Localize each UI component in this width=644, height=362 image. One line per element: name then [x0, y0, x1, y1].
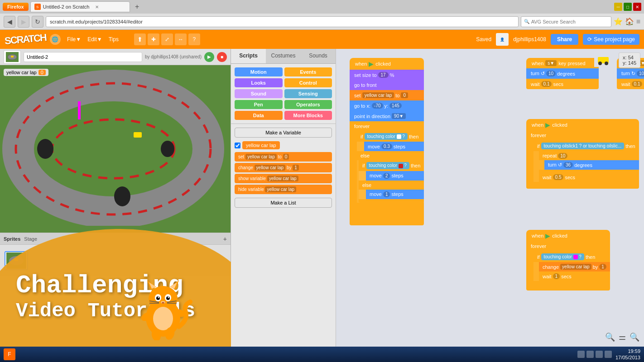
block-move-1[interactable]: move 1 steps	[366, 190, 424, 199]
block-set-lap[interactable]: set yellow car lap to 0	[350, 90, 424, 100]
variable-checkbox[interactable]	[235, 143, 240, 148]
block-point-dir[interactable]: point in direction 90▼	[350, 111, 424, 121]
tab-sounds[interactable]: Sounds	[301, 49, 336, 63]
forever-block-1[interactable]: forever	[350, 121, 424, 130]
if-touching-pink[interactable]: if touching color ? then	[533, 252, 610, 262]
zoom-out-icon[interactable]: 🔍	[630, 332, 639, 342]
see-project-button[interactable]: ⟳ See project page	[583, 34, 639, 45]
main-workspace: by djphillips1408 (unshared) ▶ ■ yellow …	[0, 49, 644, 347]
cat-sensing[interactable]: Sensing	[284, 89, 332, 98]
help-icon[interactable]: ?	[188, 33, 200, 45]
window-close[interactable]: ✕	[633, 3, 641, 11]
if-touching-1[interactable]: if touching color ? then	[357, 131, 424, 142]
hat-when-clicked-1[interactable]: when ▶ clicked	[350, 58, 424, 70]
search-input[interactable]	[531, 19, 595, 24]
action-block-3[interactable]: show variable yellow car lap	[235, 174, 332, 183]
cat-pen[interactable]: Pen	[235, 100, 283, 109]
zoom-in-icon[interactable]: 🔍	[605, 332, 615, 342]
resize-icon[interactable]: ↔	[175, 33, 187, 45]
home-icon[interactable]: 🏠	[625, 17, 634, 26]
fullscreen-icon[interactable]: ⤢	[161, 33, 173, 45]
block-categories: Motion Events Looks Control Sound Sensin…	[231, 64, 336, 124]
if-touching-2[interactable]: if touching color ? then	[359, 160, 424, 171]
make-variable-button[interactable]: Make a Variable	[235, 128, 332, 138]
scratch-app: SCRATCH 🌐 File▼ Edit▼ Tips ⬆ ✚ ⤢ ↔ ? Sav…	[0, 30, 644, 347]
block-wait-1[interactable]: wait 1 secs	[539, 272, 610, 281]
nav-reload[interactable]: ↻	[32, 16, 43, 28]
block-move-2[interactable]: move 2 steps	[366, 171, 424, 181]
block-wait-s[interactable]: wait 0.1 secs	[526, 79, 599, 89]
cat-sound[interactable]: Sound	[235, 89, 283, 98]
share-button[interactable]: Share	[551, 34, 578, 45]
make-list-button[interactable]: Make a List	[235, 198, 332, 208]
block-wait-a[interactable]: wait 0.1 secs	[617, 79, 644, 89]
stop-button[interactable]: ■	[217, 52, 227, 62]
cat-events[interactable]: Events	[284, 67, 332, 76]
hat-clicked-3[interactable]: when ▶ clicked	[526, 230, 610, 242]
action-block-2[interactable]: change yellow car lap by 1	[235, 163, 332, 172]
firefox-button[interactable]: Firefox	[3, 3, 29, 11]
action-block-4[interactable]: hide variable yellow car lap	[235, 185, 332, 194]
cat-operators[interactable]: Operators	[284, 100, 332, 109]
file-menu[interactable]: File▼	[64, 35, 84, 43]
if-touching-oilslick[interactable]: if touching oilslick1 ? or touching oils…	[533, 141, 639, 151]
svg-point-5	[50, 117, 177, 181]
header-right: Saved 👤 djphillips1408 Share ⟳ See proje…	[476, 33, 639, 46]
globe-icon[interactable]: 🌐	[50, 34, 61, 45]
nav-forward[interactable]: ▶	[18, 16, 29, 28]
address-bar[interactable]	[46, 16, 519, 27]
cat-looks[interactable]: Looks	[235, 78, 283, 87]
forever-3[interactable]: forever	[526, 242, 610, 251]
new-tab-button[interactable]: +	[132, 2, 143, 12]
sprites-tab[interactable]: Sprites	[4, 236, 20, 242]
search-bar-container: 🔍	[521, 16, 611, 27]
tab-close-icon[interactable]: ✕	[95, 5, 99, 10]
sprite-info-text: by djphillips1408 (unshared)	[145, 54, 202, 59]
block-turn-36[interactable]: turn ↺ 36 degrees	[544, 160, 639, 170]
stage-tab[interactable]: Stage	[24, 236, 37, 242]
scratch-logo: SCRATCH	[4, 32, 47, 47]
tab-costumes[interactable]: Costumes	[266, 49, 301, 63]
bookmark-icon[interactable]: ⭐	[614, 17, 623, 26]
upload-icon[interactable]: ⬆	[134, 33, 146, 45]
window-maximize[interactable]: □	[624, 3, 632, 11]
block-move-0.3[interactable]: move 0.3 steps	[364, 142, 424, 151]
sprite-name-input[interactable]	[24, 52, 142, 62]
hat-s-key[interactable]: when s▼ key pressed	[526, 58, 599, 68]
repeat-10[interactable]: repeat 10	[539, 151, 639, 160]
block-goto-xy[interactable]: go to x: -70 y: 145	[350, 100, 424, 111]
browser-tab[interactable]: S Untitled-2 on Scratch ✕	[30, 1, 130, 12]
svg-point-18	[598, 62, 602, 65]
coord-display: x: 54 y: 145	[619, 52, 640, 68]
block-turn-10-a[interactable]: turn ↻ 10 degrees	[617, 68, 644, 79]
tips-menu[interactable]: Tips	[106, 35, 121, 43]
cat-data[interactable]: Data	[235, 111, 283, 120]
sprite-item-1[interactable]	[3, 251, 30, 270]
edit-menu[interactable]: Edit▼	[85, 35, 105, 43]
block-turn-10-s[interactable]: turn ↺ 10 degrees	[526, 68, 599, 79]
cat-more[interactable]: More Blocks	[284, 111, 332, 120]
else-1: else	[357, 151, 424, 160]
username[interactable]: djphillips1408	[513, 36, 546, 43]
tab-scripts[interactable]: Scripts	[231, 49, 266, 63]
browser-titlebar: Firefox S Untitled-2 on Scratch ✕ + ─ □ …	[0, 0, 644, 14]
expand-icon[interactable]: ✚	[148, 33, 159, 45]
add-sprite-icon[interactable]: +	[223, 235, 227, 243]
block-go-front[interactable]: go to front	[350, 80, 424, 90]
nav-back[interactable]: ◀	[4, 16, 15, 28]
hat-clicked-2[interactable]: when ▶ clicked	[526, 119, 639, 131]
variable-block[interactable]: yellow car lap	[242, 141, 280, 149]
cat-control[interactable]: Control	[284, 78, 332, 87]
cat-motion[interactable]: Motion	[235, 67, 283, 76]
scripts-panel: x: 54 y: 145	[336, 49, 644, 347]
block-change-lap[interactable]: change yellow car lap by 1	[539, 262, 610, 272]
block-set-size[interactable]: set size to 17 %	[350, 70, 424, 80]
menu-icon[interactable]: ≡	[636, 18, 640, 26]
zoom-reset-icon[interactable]: ⚌	[619, 332, 626, 342]
block-wait-0.5[interactable]: wait 0.5 secs	[539, 172, 639, 182]
green-flag-btn[interactable]: ▶	[204, 52, 214, 62]
window-minimize[interactable]: ─	[614, 3, 622, 11]
taskbar-app-icon[interactable]: F	[4, 348, 15, 360]
forever-2[interactable]: forever	[526, 131, 639, 140]
action-block-1[interactable]: set yellow car lap to 0	[235, 152, 332, 162]
